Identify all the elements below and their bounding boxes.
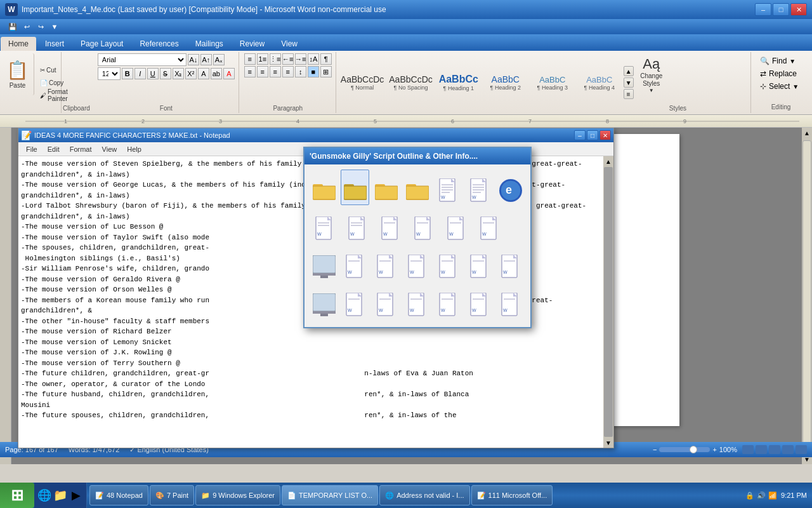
quick-launch-ie[interactable]: 🌐 [37,486,52,505]
taskbar-item-temp-list[interactable]: 📄 TEMPORARY LIST O... [282,485,378,505]
align-left[interactable]: ≡ [244,66,256,77]
doc-scrollbar-up[interactable]: ▲ [802,128,812,138]
file-icon-r3-4[interactable]: W [466,284,494,319]
zoom-in-btn[interactable]: + [712,446,716,453]
outline-view-btn[interactable] [782,445,794,454]
line-spacing[interactable]: ↕ [295,66,306,77]
notepad-maximize-btn[interactable]: □ [587,130,598,140]
increase-indent[interactable]: →≡ [295,53,306,65]
notepad-menu-view[interactable]: View [97,144,122,154]
bullets-button[interactable]: ≡ [244,53,256,65]
style-heading3[interactable]: AaBbC ¶ Heading 3 [530,65,575,100]
tab-home[interactable]: Home [1,37,36,51]
file-icon-4[interactable]: W [435,170,463,205]
full-reading-btn[interactable] [756,445,767,454]
format-painter-button[interactable]: 🖌 Format Painter [38,90,58,101]
subscript-button[interactable]: X₂ [173,68,184,79]
tab-insert[interactable]: Insert [37,37,72,51]
copy-button[interactable]: 📄 Copy [38,77,58,88]
styles-scroll-up[interactable]: ▲ [624,66,634,76]
numbering-button[interactable]: 1≡ [257,53,268,65]
draft-view-btn[interactable] [796,445,807,454]
decrease-indent[interactable]: ←≡ [282,53,294,65]
file-icon-browser[interactable]: e [497,170,525,205]
print-layout-btn[interactable] [742,445,754,454]
file-icon-r1-1[interactable]: W [343,208,373,243]
file-icon-r2-3[interactable]: W [435,246,463,281]
file-icon-0[interactable] [310,170,338,205]
tab-review[interactable]: Review [232,37,272,51]
align-center[interactable]: ≡ [257,66,268,77]
style-normal[interactable]: AaBbCcDc ¶ Normal [339,65,386,100]
font-size-select[interactable]: 12 [98,67,121,80]
taskbar-item-word[interactable]: 📝 111 Microsoft Off... [471,485,553,505]
start-button[interactable]: ⊞ [0,483,34,508]
paste-button[interactable]: 📋 Paste [5,53,34,95]
show-formatting[interactable]: ¶ [320,53,332,65]
font-family-select[interactable]: Arial [98,53,187,66]
font-size-increase[interactable]: A↑ [200,54,212,65]
save-quick-btn[interactable]: 💾 [6,21,19,32]
tab-mailings[interactable]: Mailings [188,37,231,51]
select-button[interactable]: ⊹ Select ▼ [757,80,804,93]
align-right[interactable]: ≡ [270,66,281,77]
file-icon-r3-1[interactable]: W [372,284,400,319]
notepad-menu-edit[interactable]: Edit [43,144,65,154]
taskbar-item-address[interactable]: 🌐 Address not valid - I... [379,485,469,505]
scrollbar-up-arrow[interactable]: ▲ [603,156,613,166]
zoom-out-btn[interactable]: − [653,446,657,453]
minimize-button[interactable]: – [755,3,771,16]
doc-scrollbar-thumb[interactable] [802,140,811,453]
document-scroll-area[interactable]: 📝 IDEAS 4 MORE FANFIC CHARACTERS 2 MAKE.… [11,128,802,464]
style-heading2[interactable]: AaBbC ¶ Heading 2 [483,65,528,100]
notepad-menu-file[interactable]: File [21,144,43,154]
zoom-control[interactable]: − + 100% [653,446,737,453]
underline-button[interactable]: U [147,68,159,79]
scrollbar-thumb[interactable] [604,167,613,437]
change-styles-button[interactable]: Aą ChangeStyles ▼ [634,52,669,97]
highlight-button[interactable]: ab [211,68,222,79]
notepad-scrollbar[interactable]: ▲ ▼ [603,156,613,448]
quick-launch-explorer[interactable]: 📁 [53,486,68,505]
redo-quick-btn[interactable]: ↪ [34,21,47,32]
styles-scroll-more[interactable]: ≡ [624,89,634,99]
tab-references[interactable]: References [132,37,186,51]
notepad-menu-help[interactable]: Help [122,144,147,154]
file-icon-2[interactable] [372,170,400,205]
borders-button[interactable]: ⊞ [320,66,332,77]
text-effects-button[interactable]: A [198,68,209,79]
quick-launch-media[interactable]: ▶ [69,486,84,505]
font-color-button[interactable]: A [223,68,235,79]
file-icon-r2-net[interactable] [310,246,338,281]
file-icon-r3-0[interactable]: W [341,284,369,319]
zoom-thumb[interactable] [690,446,697,453]
clear-formatting[interactable]: Aₓ [213,54,225,65]
file-icon-r1-5[interactable]: W [475,208,505,243]
file-icon-r2-4[interactable]: W [466,246,494,281]
scrollbar-down-arrow[interactable]: ▼ [603,438,613,448]
file-icon-r2-1[interactable]: W [372,246,400,281]
tab-view[interactable]: View [273,37,305,51]
find-button[interactable]: 🔍 Find ▼ [757,55,804,67]
maximize-button[interactable]: □ [773,3,789,16]
replace-button[interactable]: ⇄ Replace [757,67,804,80]
file-icon-3[interactable] [403,170,431,205]
taskbar-item-paint[interactable]: 🎨 7 Paint [150,485,194,505]
doc-right-scrollbar[interactable]: ▲ ▼ [802,128,812,464]
bold-button[interactable]: B [122,68,133,79]
file-icon-r2-0[interactable]: W [341,246,369,281]
superscript-button[interactable]: X² [185,68,197,79]
file-icon-r3-net[interactable] [310,284,338,319]
more-quick-btn[interactable]: ▼ [48,21,61,32]
strikethrough-button[interactable]: S̶ [160,68,171,79]
file-icon-r3-5[interactable]: W [497,284,525,319]
notepad-menu-format[interactable]: Format [65,144,97,154]
style-heading1[interactable]: AaBbCc ¶ Heading 1 [436,65,481,100]
shading-button[interactable]: ■ [308,66,319,77]
file-icon-5[interactable]: W [466,170,494,205]
file-icon-r3-2[interactable]: W [403,284,431,319]
file-icon-r2-2[interactable]: W [403,246,431,281]
style-heading4[interactable]: AaBbC ¶ Heading 4 [577,65,622,100]
style-no-spacing[interactable]: AaBbCcDc ¶ No Spacing [387,65,434,100]
notepad-close-btn[interactable]: ✕ [599,130,611,140]
